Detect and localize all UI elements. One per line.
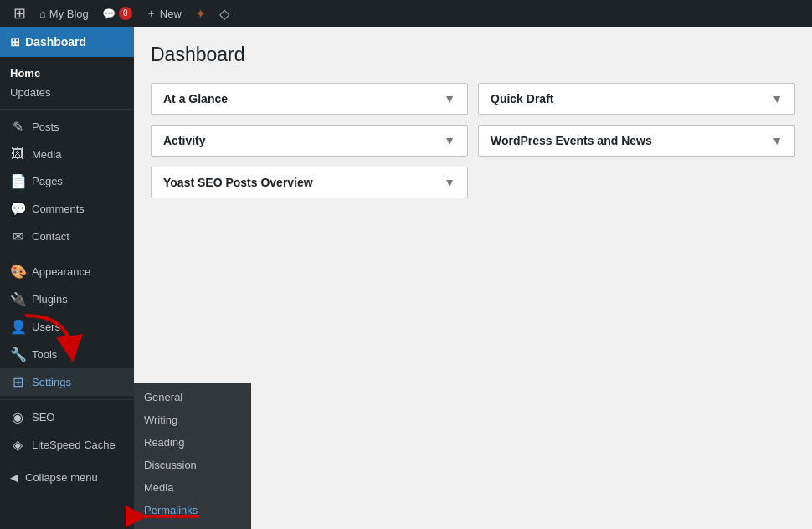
- page-title: Dashboard: [151, 44, 795, 66]
- widget-wp-events-header[interactable]: WordPress Events and News ▼: [479, 126, 794, 156]
- comments-sidebar-icon: 💬: [10, 201, 25, 217]
- dashboard-brand-label: Dashboard: [25, 35, 86, 49]
- discussion-label: Discussion: [144, 459, 197, 471]
- site-name-item[interactable]: ⌂ My Blog: [33, 0, 95, 27]
- woo-icon: ◇: [219, 6, 229, 22]
- comments-badge: 0: [119, 7, 132, 20]
- widget-quick-draft: Quick Draft ▼: [478, 83, 795, 115]
- sidebar: ⊞ Dashboard Home Updates ✎ Posts 🖼 Media…: [0, 27, 134, 529]
- tools-label: Tools: [32, 348, 57, 361]
- permalinks-label: Permalinks: [144, 504, 198, 516]
- tools-icon: 🔧: [10, 347, 25, 362]
- general-label: General: [144, 391, 182, 403]
- sidebar-divider-2: [0, 254, 134, 254]
- settings-label: Settings: [32, 376, 71, 388]
- widget-at-a-glance: At a Glance ▼: [151, 83, 468, 115]
- widget-wp-events-title: WordPress Events and News: [491, 134, 652, 147]
- collapse-label: Collapse menu: [25, 471, 98, 484]
- site-name-label: My Blog: [49, 8, 89, 20]
- chevron-down-icon-4: ▼: [771, 134, 783, 147]
- contact-icon: ✉: [10, 229, 25, 244]
- sidebar-item-comments[interactable]: 💬 Comments: [0, 195, 134, 223]
- sidebar-item-settings[interactable]: ⊞ Settings: [0, 368, 134, 396]
- woo-item[interactable]: ◇: [213, 0, 236, 27]
- yoast-icon: ✦: [195, 6, 206, 22]
- settings-submenu: General Writing Reading Discussion Media…: [134, 383, 251, 529]
- comments-item[interactable]: 💬 0: [95, 0, 139, 27]
- comments-icon: 💬: [102, 8, 116, 20]
- sidebar-item-plugins[interactable]: 🔌 Plugins: [0, 285, 134, 313]
- submenu-item-general[interactable]: General: [134, 386, 251, 408]
- appearance-label: Appearance: [32, 265, 90, 278]
- new-item[interactable]: ＋ New: [139, 0, 188, 27]
- widget-at-a-glance-title: At a Glance: [163, 92, 228, 105]
- seo-icon: ◉: [10, 409, 25, 425]
- submenu-item-media[interactable]: Media: [134, 476, 251, 499]
- widget-activity-title: Activity: [163, 134, 206, 147]
- yoast-item[interactable]: ✦: [188, 0, 213, 27]
- widget-wp-events: WordPress Events and News ▼: [478, 125, 795, 157]
- sidebar-item-seo[interactable]: ◉ SEO: [0, 403, 134, 431]
- users-icon: 👤: [10, 319, 25, 335]
- appearance-icon: 🎨: [10, 264, 25, 280]
- sidebar-item-posts[interactable]: ✎ Posts: [0, 113, 134, 141]
- settings-icon: ⊞: [10, 374, 25, 390]
- litespeed-icon: ◈: [10, 437, 25, 453]
- widget-quick-draft-title: Quick Draft: [491, 92, 553, 105]
- posts-icon: ✎: [10, 119, 25, 135]
- widget-at-a-glance-header[interactable]: At a Glance ▼: [152, 84, 467, 114]
- widget-yoast-header[interactable]: Yoast SEO Posts Overview ▼: [152, 167, 467, 198]
- chevron-down-icon-1: ▼: [444, 92, 455, 105]
- media-submenu-label: Media: [144, 481, 173, 494]
- seo-label: SEO: [32, 411, 54, 424]
- admin-bar: ⊞ ⌂ My Blog 💬 0 ＋ New ✦ ◇: [0, 0, 812, 27]
- widget-activity: Activity ▼: [151, 125, 468, 157]
- sidebar-item-collapse[interactable]: ◀ Collapse menu: [0, 465, 134, 490]
- media-label: Media: [32, 148, 61, 161]
- new-label: New: [160, 8, 182, 20]
- sidebar-item-tools[interactable]: 🔧 Tools: [0, 341, 134, 368]
- sidebar-item-users[interactable]: 👤 Users: [0, 313, 134, 341]
- wp-logo-icon: ⊞: [13, 4, 26, 23]
- posts-label: Posts: [32, 121, 59, 133]
- sidebar-item-media[interactable]: 🖼 Media: [0, 141, 134, 167]
- dashboard-icon: ⊞: [10, 35, 20, 49]
- submenu-item-permalinks[interactable]: Permalinks: [134, 499, 251, 521]
- sidebar-item-pages[interactable]: 📄 Pages: [0, 167, 134, 195]
- widget-activity-header[interactable]: Activity ▼: [152, 126, 467, 156]
- dashboard-brand[interactable]: ⊞ Dashboard: [0, 27, 134, 57]
- house-icon: ⌂: [39, 8, 46, 20]
- sidebar-divider-1: [0, 109, 134, 110]
- pages-label: Pages: [32, 175, 63, 187]
- submenu-item-writing[interactable]: Writing: [134, 408, 251, 431]
- sidebar-item-appearance[interactable]: 🎨 Appearance: [0, 258, 134, 285]
- collapse-icon: ◀: [10, 471, 18, 484]
- sidebar-item-contact[interactable]: ✉ Contact: [0, 223, 134, 250]
- sidebar-item-litespeed[interactable]: ◈ LiteSpeed Cache: [0, 431, 134, 459]
- widget-quick-draft-header[interactable]: Quick Draft ▼: [479, 84, 794, 114]
- layout: ⊞ Dashboard Home Updates ✎ Posts 🖼 Media…: [0, 27, 812, 529]
- plus-icon: ＋: [146, 6, 157, 21]
- litespeed-label: LiteSpeed Cache: [32, 439, 116, 451]
- chevron-down-icon-2: ▼: [771, 92, 783, 105]
- widget-yoast: Yoast SEO Posts Overview ▼: [151, 167, 468, 198]
- sidebar-item-updates[interactable]: Updates: [0, 83, 134, 102]
- updates-label: Updates: [10, 86, 50, 99]
- wp-logo-item[interactable]: ⊞: [7, 0, 33, 27]
- plugins-label: Plugins: [32, 293, 68, 306]
- comments-label: Comments: [32, 203, 85, 215]
- submenu-item-privacy[interactable]: Privacy: [134, 521, 251, 529]
- reading-label: Reading: [144, 436, 184, 449]
- sidebar-item-home[interactable]: Home: [0, 64, 134, 83]
- plugins-icon: 🔌: [10, 291, 25, 307]
- submenu-item-discussion[interactable]: Discussion: [134, 454, 251, 476]
- submenu-item-reading[interactable]: Reading: [134, 431, 251, 454]
- pages-icon: 📄: [10, 173, 25, 189]
- widget-yoast-title: Yoast SEO Posts Overview: [163, 176, 313, 189]
- contact-label: Contact: [32, 230, 69, 243]
- chevron-down-icon-3: ▼: [444, 134, 455, 147]
- widgets-grid: At a Glance ▼ Quick Draft ▼ Activity ▼: [151, 83, 795, 198]
- chevron-down-icon-5: ▼: [444, 176, 455, 189]
- home-section: Home Updates: [0, 57, 134, 105]
- users-label: Users: [32, 321, 60, 333]
